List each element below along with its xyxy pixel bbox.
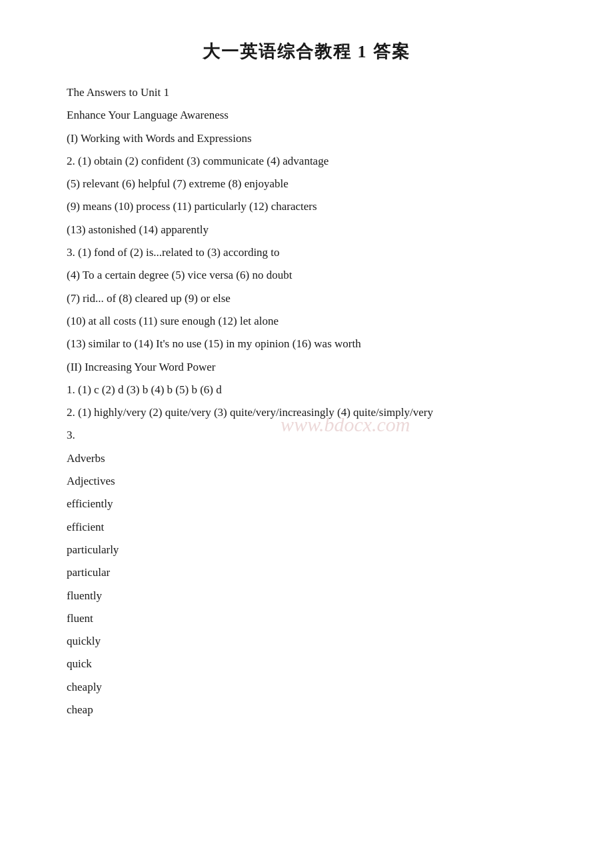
adjective-fluent: fluent: [67, 608, 546, 629]
table-header-adjectives: Adjectives: [67, 471, 546, 492]
q2-line1: 2. (1) obtain (2) confident (3) communic…: [67, 151, 546, 172]
adverb-efficiently: efficiently: [67, 493, 546, 515]
adjective-efficient: efficient: [67, 517, 546, 538]
adjective-particular: particular: [67, 562, 546, 583]
adverb-quickly: quickly: [67, 631, 546, 652]
q3-line1: 3. (1) fond of (2) is...related to (3) a…: [67, 242, 546, 263]
ywp-q2: 2. (1) highly/very (2) quite/very (3) qu…: [67, 402, 546, 423]
ywp-q1: 1. (1) c (2) d (3) b (4) b (5) b (6) d: [67, 379, 546, 401]
adjective-quick: quick: [67, 653, 546, 675]
ywp-q3-label: 3.: [67, 425, 546, 446]
q2-line2: (5) relevant (6) helpful (7) extreme (8)…: [67, 173, 546, 195]
q2-line3: (9) means (10) process (11) particularly…: [67, 196, 546, 217]
adjective-cheap: cheap: [67, 699, 546, 721]
section-I-label: (I) Working with Words and Expressions: [67, 128, 546, 149]
page-title: 大一英语综合教程 1 答案: [67, 40, 546, 63]
q3-line2: (4) To a certain degree (5) vice versa (…: [67, 265, 546, 286]
adverb-fluently: fluently: [67, 585, 546, 607]
adverb-particularly: particularly: [67, 539, 546, 561]
q3-line5: (13) similar to (14) It's no use (15) in…: [67, 333, 546, 355]
section-II-label: (II) Increasing Your Word Power: [67, 357, 546, 378]
unit-header: The Answers to Unit 1: [67, 82, 546, 103]
enhance-header: Enhance Your Language Awareness: [67, 105, 546, 126]
adverb-cheaply: cheaply: [67, 677, 546, 698]
q2-line4: (13) astonished (14) apparently: [67, 219, 546, 241]
table-header-adverbs: Adverbs: [67, 448, 546, 469]
q3-line4: (10) at all costs (11) sure enough (12) …: [67, 311, 546, 332]
q3-line3: (7) rid... of (8) cleared up (9) or else: [67, 288, 546, 309]
